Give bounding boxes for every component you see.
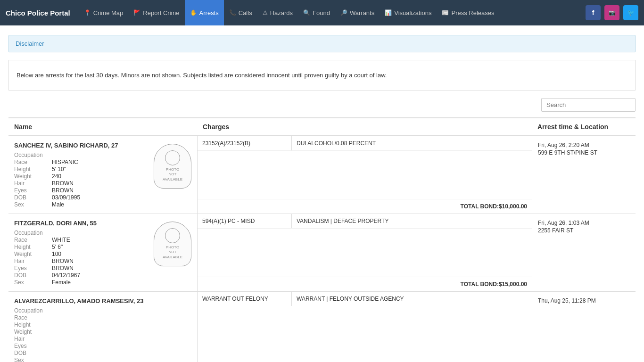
detail-label: Occupation bbox=[14, 230, 52, 236]
nav-warrants[interactable]: 🔎 Warrants bbox=[335, 0, 380, 25]
arrest-time: Fri, Aug 26, 1:03 AM bbox=[538, 220, 630, 226]
header-name: Name bbox=[8, 123, 197, 131]
detail-label: DOB bbox=[14, 272, 52, 279]
pin-icon: 📍 bbox=[84, 9, 91, 16]
person-details: OccupationRaceHISPANICHeight5' 10"Weight… bbox=[14, 152, 149, 208]
detail-value: Female bbox=[52, 279, 149, 286]
person-name: FITZGERALD, DORI ANN, 55 bbox=[14, 220, 149, 227]
detail-label: DOB bbox=[14, 350, 52, 356]
detail-value: BROWN bbox=[52, 187, 149, 194]
vis-icon: 📊 bbox=[385, 9, 392, 16]
arrest-location: 599 E 9TH ST/PINE ST bbox=[538, 149, 630, 156]
nav-crime-map[interactable]: 📍 Crime Map bbox=[79, 0, 129, 25]
nav-found[interactable]: 🔍 Found bbox=[298, 0, 335, 25]
disclaimer-text: Below are arrests for the last 30 days. … bbox=[17, 67, 627, 83]
time-cell: Thu, Aug 25, 11:28 PM bbox=[532, 292, 636, 362]
detail-value: 04/12/1967 bbox=[52, 272, 149, 279]
detail-label: Sex bbox=[14, 201, 52, 208]
header-arrest-time: Arrest time & Location bbox=[532, 123, 636, 131]
arrest-time: Thu, Aug 25, 11:28 PM bbox=[538, 297, 630, 304]
bond-row: TOTAL BOND:$10,000.00 bbox=[198, 199, 532, 214]
table-row: ALVAREZCARRILLO, AMADO RAMSESIV, 23Occup… bbox=[8, 292, 636, 362]
person-details: OccupationRaceHeightWeightHairEyesDOBSex bbox=[14, 307, 191, 362]
detail-value bbox=[52, 314, 191, 321]
detail-label: Race bbox=[14, 237, 52, 243]
detail-label: Hair bbox=[14, 180, 52, 187]
detail-value: 5' 6" bbox=[52, 244, 149, 250]
site-brand: Chico Police Portal bbox=[6, 9, 70, 17]
hazard-icon: ⚠ bbox=[263, 9, 268, 16]
detail-label: Eyes bbox=[14, 343, 52, 349]
table-header: Name Charges Arrest time & Location bbox=[8, 117, 636, 136]
detail-value: BROWN bbox=[52, 180, 149, 187]
detail-label: Occupation bbox=[14, 307, 52, 314]
twitter-button[interactable]: 🐦 bbox=[623, 5, 638, 20]
detail-label: Weight bbox=[14, 173, 52, 180]
detail-label: Hair bbox=[14, 258, 52, 264]
charge-code: WARRANT OUT FELONY bbox=[198, 292, 292, 306]
detail-label: Height bbox=[14, 166, 52, 173]
nav-arrests-label: Arrests bbox=[199, 9, 219, 16]
nav-crime-map-label: Crime Map bbox=[93, 9, 124, 16]
detail-label: Sex bbox=[14, 279, 52, 286]
photo-placeholder: PHOTONOTAVAILABLE bbox=[154, 144, 191, 189]
charge-description: DUI ALCOHOL/0.08 PERCENT bbox=[292, 136, 532, 150]
person-info: FITZGERALD, DORI ANN, 55OccupationRaceWH… bbox=[14, 220, 149, 286]
detail-label: Eyes bbox=[14, 187, 52, 194]
social-links: f 📷 🐦 bbox=[586, 5, 638, 20]
nav-press-releases[interactable]: 📰 Press Releases bbox=[437, 0, 499, 25]
detail-value: HISPANIC bbox=[52, 159, 149, 165]
arrest-icon: ✋ bbox=[190, 9, 197, 16]
detail-label: Race bbox=[14, 314, 52, 321]
charge-description: WARRANT | FELONY OUTSIDE AGENCY bbox=[292, 292, 532, 306]
detail-value: 100 bbox=[52, 251, 149, 257]
search-input[interactable] bbox=[541, 98, 636, 112]
person-cell: SANCHEZ IV, SABINO RICHARD, 27Occupation… bbox=[8, 136, 197, 214]
detail-label: Eyes bbox=[14, 265, 52, 272]
instagram-button[interactable]: 📷 bbox=[604, 5, 619, 20]
nav-report-crime[interactable]: 🚩 Report Crime bbox=[128, 0, 184, 25]
detail-label: Hair bbox=[14, 336, 52, 342]
nav-hazards[interactable]: ⚠ Hazards bbox=[257, 0, 298, 25]
time-cell: Fri, Aug 26, 2:20 AM599 E 9TH ST/PINE ST bbox=[532, 136, 636, 214]
person-details: OccupationRaceWHITEHeight5' 6"Weight100H… bbox=[14, 230, 149, 286]
detail-label: Weight bbox=[14, 329, 52, 335]
photo-not-available-text: PHOTONOTAVAILABLE bbox=[163, 167, 182, 182]
nav-warrants-label: Warrants bbox=[350, 9, 374, 16]
detail-value: WHITE bbox=[52, 237, 149, 243]
nav-visualizations[interactable]: 📊 Visualizations bbox=[380, 0, 437, 25]
table-row: FITZGERALD, DORI ANN, 55OccupationRaceWH… bbox=[8, 214, 636, 292]
disclaimer-title: Disclaimer bbox=[16, 40, 628, 47]
search-row bbox=[8, 98, 636, 112]
facebook-button[interactable]: f bbox=[586, 5, 601, 20]
time-cell: Fri, Aug 26, 1:03 AM2255 FAIR ST bbox=[532, 214, 636, 291]
nav-arrests[interactable]: ✋ Arrests bbox=[185, 0, 224, 25]
detail-value: Male bbox=[52, 201, 149, 208]
detail-value bbox=[52, 357, 191, 362]
warrants-icon: 🔎 bbox=[340, 9, 347, 16]
detail-value: 5' 10" bbox=[52, 166, 149, 173]
charges-cell: 594(A)(1) PC - MISDVANDALISM | DEFACE PR… bbox=[197, 214, 532, 291]
detail-value bbox=[52, 152, 149, 158]
table-row: SANCHEZ IV, SABINO RICHARD, 27Occupation… bbox=[8, 136, 636, 214]
arrest-location: 2255 FAIR ST bbox=[538, 227, 630, 234]
person-info: SANCHEZ IV, SABINO RICHARD, 27Occupation… bbox=[14, 142, 149, 208]
detail-label: Occupation bbox=[14, 152, 52, 158]
detail-value bbox=[52, 336, 191, 342]
nav-calls[interactable]: 📞 Calls bbox=[224, 0, 257, 25]
person-info: ALVAREZCARRILLO, AMADO RAMSESIV, 23Occup… bbox=[14, 297, 191, 362]
main-content: Disclaimer Below are arrests for the las… bbox=[0, 25, 644, 362]
detail-label: Sex bbox=[14, 357, 52, 362]
detail-value bbox=[52, 230, 149, 236]
detail-value bbox=[52, 307, 191, 314]
charges-cell: 23152(A)/23152(B)DUI ALCOHOL/0.08 PERCEN… bbox=[197, 136, 532, 214]
detail-label: Race bbox=[14, 159, 52, 165]
detail-value bbox=[52, 321, 191, 328]
person-name: ALVAREZCARRILLO, AMADO RAMSESIV, 23 bbox=[14, 297, 191, 304]
flag-icon: 🚩 bbox=[133, 9, 140, 16]
disclaimer-box: Disclaimer bbox=[8, 35, 636, 52]
photo-placeholder: PHOTONOTAVAILABLE bbox=[154, 222, 191, 266]
charge-row: 23152(A)/23152(B)DUI ALCOHOL/0.08 PERCEN… bbox=[198, 136, 532, 151]
calls-icon: 📞 bbox=[229, 9, 236, 16]
header-charges: Charges bbox=[197, 123, 532, 131]
